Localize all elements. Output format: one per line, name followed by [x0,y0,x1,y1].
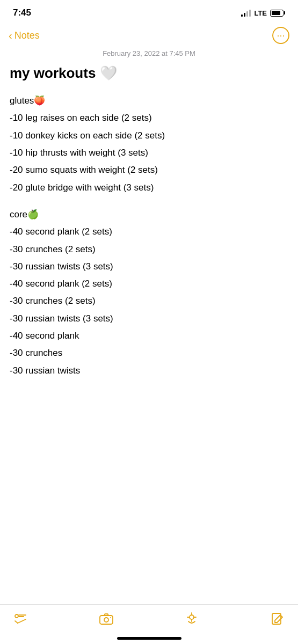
note-body: glutes🍑 -10 leg raises on each side (2 s… [10,92,288,379]
svg-point-6 [104,618,108,622]
note-content: February 23, 2022 at 7:45 PM my workouts… [0,49,298,604]
lte-label: LTE [254,9,267,17]
home-indicator [0,637,298,644]
location-button[interactable] [184,611,199,626]
location-icon [184,611,199,626]
glutes-header: glutes🍑 [10,92,288,109]
list-item: -30 russian twists [10,362,288,379]
svg-line-4 [18,619,26,623]
list-item: -40 second plank (2 sets) [10,275,288,292]
more-icon: ··· [277,30,285,41]
back-label: Notes [14,30,40,41]
svg-point-7 [110,617,111,618]
status-time: 7:45 [13,8,31,18]
camera-button[interactable] [99,611,114,626]
battery-icon [270,10,285,17]
list-item: -20 glute bridge with weight (3 sets) [10,179,288,196]
list-item: -40 second plank [10,327,288,345]
camera-icon [99,611,114,626]
list-item: -10 hip thrusts with weight (3 sets) [10,144,288,162]
list-item: -30 crunches (2 sets) [10,292,288,310]
compose-icon [270,611,285,626]
back-button[interactable]: ‹ Notes [9,30,40,42]
note-timestamp: February 23, 2022 at 7:45 PM [10,49,288,57]
core-items: -40 second plank (2 sets) -30 crunches (… [10,223,288,379]
checklist-icon [13,611,28,626]
list-item: -40 second plank (2 sets) [10,223,288,240]
list-item: -10 leg raises on each side (2 sets) [10,109,288,127]
list-item: -20 sumo squats with weight (2 sets) [10,162,288,179]
core-header: core🍏 [10,206,288,223]
more-button[interactable]: ··· [272,27,289,44]
status-icons: LTE [241,9,285,17]
svg-point-0 [15,614,18,618]
list-item: -10 donkey kicks on each side (2 sets) [10,127,288,144]
signal-icon [241,9,251,17]
svg-rect-5 [100,616,113,624]
list-item: -30 crunches [10,345,288,362]
bottom-toolbar [0,604,298,637]
status-bar: 7:45 LTE [0,0,298,24]
glutes-items: -10 leg raises on each side (2 sets) -10… [10,109,288,196]
list-item: -30 crunches (2 sets) [10,241,288,258]
list-item: -30 russian twists (3 sets) [10,258,288,275]
svg-point-8 [190,615,194,619]
note-title: my workouts 🤍 [10,65,288,82]
svg-line-3 [15,621,18,623]
checklist-button[interactable] [13,611,28,626]
compose-button[interactable] [270,611,285,626]
nav-bar: ‹ Notes ··· [0,24,298,49]
list-item: -30 russian twists (3 sets) [10,310,288,327]
back-chevron-icon: ‹ [9,30,12,42]
home-bar [117,637,181,640]
